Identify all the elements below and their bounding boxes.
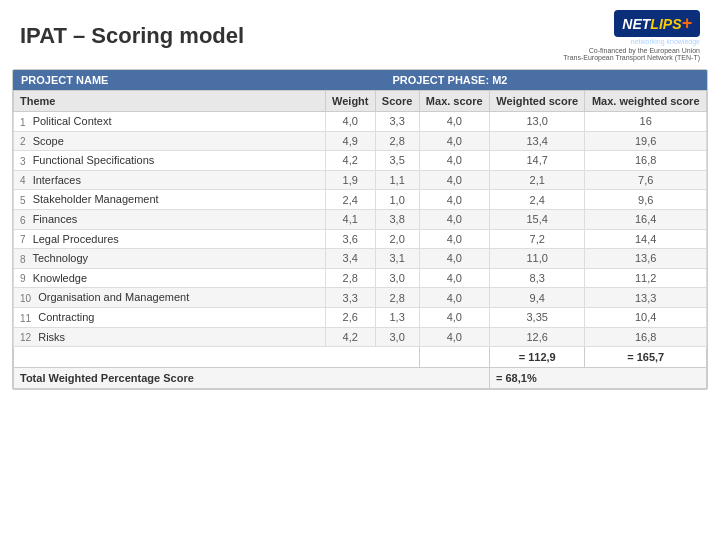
total-pct-row: Total Weighted Percentage Score = 68,1% <box>14 368 707 389</box>
total-max-weighted-sum: = 165,7 <box>585 347 707 368</box>
logo-net: NET <box>622 16 650 32</box>
col-weighted-score: Weighted score <box>490 91 585 112</box>
weighted-score-cell: 12,6 <box>490 327 585 347</box>
max-score-cell: 4,0 <box>419 151 489 171</box>
score-cell: 3,1 <box>375 249 419 269</box>
logo-container: NET LIPS + networking knowledge Co-finan… <box>563 10 700 61</box>
theme-cell: 7 Legal Procedures <box>14 229 326 249</box>
totals-empty <box>14 347 420 368</box>
theme-name: Scope <box>33 135 64 147</box>
page-title: IPAT – Scoring model <box>20 23 244 49</box>
max-weighted-cell: 16,4 <box>585 209 707 229</box>
score-cell: 1,3 <box>375 307 419 327</box>
row-num: 7 <box>20 234 30 245</box>
row-num: 8 <box>20 254 30 265</box>
max-score-cell: 4,0 <box>419 327 489 347</box>
project-phase-label: PROJECT PHASE: M2 <box>201 74 699 86</box>
theme-cell: 2 Scope <box>14 131 326 151</box>
table-row: 1 Political Context 4,0 3,3 4,0 13,0 16 <box>14 112 707 132</box>
row-num: 9 <box>20 273 30 284</box>
theme-cell: 3 Functional Specifications <box>14 151 326 171</box>
max-weighted-cell: 13,6 <box>585 249 707 269</box>
score-cell: 2,8 <box>375 131 419 151</box>
weight-cell: 2,8 <box>325 268 375 288</box>
weighted-score-cell: 3,35 <box>490 307 585 327</box>
project-header: PROJECT NAME PROJECT PHASE: M2 <box>13 70 707 90</box>
row-num: 4 <box>20 175 30 186</box>
theme-cell: 12 Risks <box>14 327 326 347</box>
max-weighted-cell: 7,6 <box>585 170 707 190</box>
theme-cell: 10 Organisation and Management <box>14 288 326 308</box>
totals-row: = 112,9 = 165,7 <box>14 347 707 368</box>
table-row: 6 Finances 4,1 3,8 4,0 15,4 16,4 <box>14 209 707 229</box>
weight-cell: 3,6 <box>325 229 375 249</box>
theme-name: Organisation and Management <box>38 291 189 303</box>
col-score: Score <box>375 91 419 112</box>
score-cell: 1,0 <box>375 190 419 210</box>
score-cell: 3,5 <box>375 151 419 171</box>
weighted-score-cell: 13,4 <box>490 131 585 151</box>
weighted-score-cell: 8,3 <box>490 268 585 288</box>
total-pct-value: = 68,1% <box>490 368 707 389</box>
theme-name: Knowledge <box>33 272 87 284</box>
table-row: 2 Scope 4,9 2,8 4,0 13,4 19,6 <box>14 131 707 151</box>
table-header-row: Theme Weight Score Max. score Weighted s… <box>14 91 707 112</box>
project-name-label: PROJECT NAME <box>21 74 201 86</box>
theme-cell: 9 Knowledge <box>14 268 326 288</box>
theme-name: Risks <box>38 331 65 343</box>
weight-cell: 3,4 <box>325 249 375 269</box>
weighted-score-cell: 14,7 <box>490 151 585 171</box>
weight-cell: 2,6 <box>325 307 375 327</box>
max-weighted-cell: 19,6 <box>585 131 707 151</box>
weighted-score-cell: 11,0 <box>490 249 585 269</box>
total-pct-label: Total Weighted Percentage Score <box>14 368 490 389</box>
max-score-cell: 4,0 <box>419 170 489 190</box>
content: PROJECT NAME PROJECT PHASE: M2 Theme Wei… <box>0 69 720 540</box>
max-score-cell: 4,0 <box>419 307 489 327</box>
eu-cofinanced: Co-financed by the European Union Trans-… <box>563 47 700 61</box>
row-num: 3 <box>20 156 30 167</box>
score-cell: 2,0 <box>375 229 419 249</box>
table-row: 9 Knowledge 2,8 3,0 4,0 8,3 11,2 <box>14 268 707 288</box>
score-cell: 3,0 <box>375 327 419 347</box>
total-weighted-sum: = 112,9 <box>490 347 585 368</box>
theme-cell: 4 Interfaces <box>14 170 326 190</box>
max-score-cell: 4,0 <box>419 131 489 151</box>
weight-cell: 4,1 <box>325 209 375 229</box>
theme-name: Technology <box>32 252 88 264</box>
score-cell: 3,0 <box>375 268 419 288</box>
max-score-cell: 4,0 <box>419 229 489 249</box>
row-num: 12 <box>20 332 35 343</box>
table-row: 5 Stakeholder Management 2,4 1,0 4,0 2,4… <box>14 190 707 210</box>
score-cell: 2,8 <box>375 288 419 308</box>
scoring-table: Theme Weight Score Max. score Weighted s… <box>13 90 707 389</box>
theme-cell: 1 Political Context <box>14 112 326 132</box>
table-row: 10 Organisation and Management 3,3 2,8 4… <box>14 288 707 308</box>
table-row: 11 Contracting 2,6 1,3 4,0 3,35 10,4 <box>14 307 707 327</box>
row-num: 10 <box>20 293 35 304</box>
col-weight: Weight <box>325 91 375 112</box>
weight-cell: 4,2 <box>325 327 375 347</box>
table-row: 7 Legal Procedures 3,6 2,0 4,0 7,2 14,4 <box>14 229 707 249</box>
theme-name: Contracting <box>38 311 94 323</box>
score-cell: 3,8 <box>375 209 419 229</box>
theme-name: Political Context <box>33 115 112 127</box>
max-weighted-cell: 9,6 <box>585 190 707 210</box>
col-max-score: Max. score <box>419 91 489 112</box>
logo-sub: networking knowledge <box>631 38 700 45</box>
weighted-score-cell: 2,1 <box>490 170 585 190</box>
theme-cell: 6 Finances <box>14 209 326 229</box>
score-cell: 1,1 <box>375 170 419 190</box>
weight-cell: 4,2 <box>325 151 375 171</box>
logo-lips: LIPS <box>650 16 681 32</box>
max-score-cell: 4,0 <box>419 249 489 269</box>
max-weighted-cell: 16,8 <box>585 151 707 171</box>
weight-cell: 3,3 <box>325 288 375 308</box>
weighted-score-cell: 7,2 <box>490 229 585 249</box>
table-row: 12 Risks 4,2 3,0 4,0 12,6 16,8 <box>14 327 707 347</box>
row-num: 5 <box>20 195 30 206</box>
page: IPAT – Scoring model NET LIPS + networki… <box>0 0 720 540</box>
table-row: 4 Interfaces 1,9 1,1 4,0 2,1 7,6 <box>14 170 707 190</box>
table-row: 8 Technology 3,4 3,1 4,0 11,0 13,6 <box>14 249 707 269</box>
theme-name: Stakeholder Management <box>33 193 159 205</box>
